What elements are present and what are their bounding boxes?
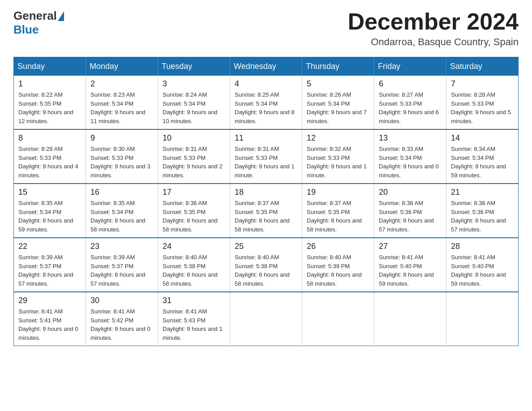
day-number: 12 — [307, 133, 369, 143]
calendar-day-cell: 8 Sunrise: 8:29 AMSunset: 5:33 PMDayligh… — [14, 129, 86, 184]
day-info: Sunrise: 8:29 AMSunset: 5:33 PMDaylight:… — [18, 145, 81, 180]
calendar-day-cell: 20 Sunrise: 8:38 AMSunset: 5:36 PMDaylig… — [374, 184, 446, 238]
calendar-week-row: 8 Sunrise: 8:29 AMSunset: 5:33 PMDayligh… — [14, 129, 519, 184]
day-info: Sunrise: 8:40 AMSunset: 5:38 PMDaylight:… — [235, 253, 297, 288]
calendar-day-cell: 29 Sunrise: 8:41 AMSunset: 5:41 PMDaylig… — [14, 292, 86, 346]
day-number: 5 — [307, 79, 369, 89]
day-number: 16 — [90, 188, 153, 197]
day-number: 22 — [18, 242, 81, 251]
calendar-day-cell: 30 Sunrise: 8:41 AMSunset: 5:42 PMDaylig… — [86, 292, 158, 346]
day-info: Sunrise: 8:37 AMSunset: 5:35 PMDaylight:… — [307, 199, 369, 234]
calendar-day-cell: 9 Sunrise: 8:30 AMSunset: 5:33 PMDayligh… — [86, 129, 158, 184]
calendar-day-header: Monday — [86, 57, 158, 76]
day-number: 11 — [235, 133, 297, 143]
day-info: Sunrise: 8:37 AMSunset: 5:35 PMDaylight:… — [235, 199, 297, 234]
day-info: Sunrise: 8:41 AMSunset: 5:43 PMDaylight:… — [163, 307, 225, 342]
day-number: 10 — [163, 133, 225, 143]
calendar-day-cell: 12 Sunrise: 8:32 AMSunset: 5:33 PMDaylig… — [302, 129, 374, 184]
day-info: Sunrise: 8:39 AMSunset: 5:37 PMDaylight:… — [90, 253, 153, 288]
day-number: 15 — [18, 188, 81, 197]
calendar-day-header: Wednesday — [230, 57, 302, 76]
logo: General Blue — [13, 9, 65, 37]
day-number: 25 — [235, 242, 297, 251]
day-info: Sunrise: 8:35 AMSunset: 5:34 PMDaylight:… — [90, 199, 153, 234]
day-info: Sunrise: 8:24 AMSunset: 5:34 PMDaylight:… — [163, 90, 225, 125]
day-info: Sunrise: 8:35 AMSunset: 5:34 PMDaylight:… — [18, 199, 81, 234]
calendar-day-cell: 10 Sunrise: 8:31 AMSunset: 5:33 PMDaylig… — [158, 129, 230, 184]
calendar-day-header: Friday — [374, 57, 446, 76]
day-number: 14 — [451, 133, 514, 143]
month-title: December 2024 — [348, 9, 519, 34]
location-title: Ondarroa, Basque Country, Spain — [348, 36, 519, 48]
calendar-day-cell: 27 Sunrise: 8:41 AMSunset: 5:40 PMDaylig… — [374, 238, 446, 292]
calendar-day-cell: 19 Sunrise: 8:37 AMSunset: 5:35 PMDaylig… — [302, 184, 374, 238]
calendar-day-cell: 17 Sunrise: 8:36 AMSunset: 5:35 PMDaylig… — [158, 184, 230, 238]
calendar-day-cell: 14 Sunrise: 8:34 AMSunset: 5:34 PMDaylig… — [446, 129, 519, 184]
day-info: Sunrise: 8:22 AMSunset: 5:35 PMDaylight:… — [18, 90, 81, 125]
day-number: 20 — [379, 188, 442, 197]
calendar-day-cell: 11 Sunrise: 8:31 AMSunset: 5:33 PMDaylig… — [230, 129, 302, 184]
calendar-table: SundayMondayTuesdayWednesdayThursdayFrid… — [13, 57, 519, 346]
calendar-day-header: Saturday — [446, 57, 519, 76]
calendar-day-cell: 13 Sunrise: 8:33 AMSunset: 5:34 PMDaylig… — [374, 129, 446, 184]
day-info: Sunrise: 8:34 AMSunset: 5:34 PMDaylight:… — [451, 145, 514, 180]
calendar-day-cell — [230, 292, 302, 346]
day-info: Sunrise: 8:40 AMSunset: 5:38 PMDaylight:… — [163, 253, 225, 288]
day-number: 21 — [451, 188, 514, 197]
calendar-day-header: Thursday — [302, 57, 374, 76]
day-number: 18 — [235, 188, 297, 197]
day-number: 24 — [163, 242, 225, 251]
day-info: Sunrise: 8:41 AMSunset: 5:40 PMDaylight:… — [451, 253, 514, 288]
calendar-week-row: 1 Sunrise: 8:22 AMSunset: 5:35 PMDayligh… — [14, 76, 519, 129]
day-info: Sunrise: 8:23 AMSunset: 5:34 PMDaylight:… — [90, 90, 153, 125]
calendar-day-cell: 23 Sunrise: 8:39 AMSunset: 5:37 PMDaylig… — [86, 238, 158, 292]
day-number: 17 — [163, 188, 225, 197]
day-info: Sunrise: 8:33 AMSunset: 5:34 PMDaylight:… — [379, 145, 442, 180]
day-number: 2 — [90, 79, 153, 89]
calendar-day-cell: 25 Sunrise: 8:40 AMSunset: 5:38 PMDaylig… — [230, 238, 302, 292]
calendar-day-cell: 18 Sunrise: 8:37 AMSunset: 5:35 PMDaylig… — [230, 184, 302, 238]
calendar-day-header: Sunday — [14, 57, 86, 76]
day-number: 6 — [379, 79, 442, 89]
day-info: Sunrise: 8:41 AMSunset: 5:41 PMDaylight:… — [18, 307, 81, 342]
day-number: 1 — [18, 79, 81, 89]
day-number: 23 — [90, 242, 153, 251]
calendar-day-cell: 15 Sunrise: 8:35 AMSunset: 5:34 PMDaylig… — [14, 184, 86, 238]
day-info: Sunrise: 8:31 AMSunset: 5:33 PMDaylight:… — [163, 145, 225, 180]
day-number: 28 — [451, 242, 514, 251]
calendar-day-cell — [374, 292, 446, 346]
day-number: 27 — [379, 242, 442, 251]
day-info: Sunrise: 8:31 AMSunset: 5:33 PMDaylight:… — [235, 145, 297, 180]
day-info: Sunrise: 8:41 AMSunset: 5:42 PMDaylight:… — [90, 307, 153, 342]
day-number: 31 — [163, 296, 225, 305]
day-info: Sunrise: 8:40 AMSunset: 5:39 PMDaylight:… — [307, 253, 369, 288]
day-number: 13 — [379, 133, 442, 143]
day-info: Sunrise: 8:27 AMSunset: 5:33 PMDaylight:… — [379, 90, 442, 125]
day-number: 9 — [90, 133, 153, 143]
day-number: 8 — [18, 133, 81, 143]
logo-blue-text: Blue — [13, 23, 39, 36]
calendar-day-cell: 16 Sunrise: 8:35 AMSunset: 5:34 PMDaylig… — [86, 184, 158, 238]
calendar-week-row: 29 Sunrise: 8:41 AMSunset: 5:41 PMDaylig… — [14, 292, 519, 346]
day-number: 3 — [163, 79, 225, 89]
calendar-day-cell: 4 Sunrise: 8:25 AMSunset: 5:34 PMDayligh… — [230, 76, 302, 129]
calendar-day-cell — [446, 292, 519, 346]
day-info: Sunrise: 8:38 AMSunset: 5:36 PMDaylight:… — [451, 199, 514, 234]
day-number: 4 — [235, 79, 297, 89]
calendar-day-cell: 5 Sunrise: 8:26 AMSunset: 5:34 PMDayligh… — [302, 76, 374, 129]
calendar-day-cell: 1 Sunrise: 8:22 AMSunset: 5:35 PMDayligh… — [14, 76, 86, 129]
day-number: 26 — [307, 242, 369, 251]
logo-general-text: General — [13, 9, 57, 23]
day-number: 19 — [307, 188, 369, 197]
calendar-day-cell: 31 Sunrise: 8:41 AMSunset: 5:43 PMDaylig… — [158, 292, 230, 346]
calendar-day-header: Tuesday — [158, 57, 230, 76]
day-info: Sunrise: 8:32 AMSunset: 5:33 PMDaylight:… — [307, 145, 369, 180]
calendar-day-cell: 7 Sunrise: 8:28 AMSunset: 5:33 PMDayligh… — [446, 76, 519, 129]
day-info: Sunrise: 8:30 AMSunset: 5:33 PMDaylight:… — [90, 145, 153, 180]
day-info: Sunrise: 8:41 AMSunset: 5:40 PMDaylight:… — [379, 253, 442, 288]
calendar-day-cell: 6 Sunrise: 8:27 AMSunset: 5:33 PMDayligh… — [374, 76, 446, 129]
calendar-week-row: 15 Sunrise: 8:35 AMSunset: 5:34 PMDaylig… — [14, 184, 519, 238]
day-number: 29 — [18, 296, 81, 305]
day-number: 30 — [90, 296, 153, 305]
calendar-day-cell: 21 Sunrise: 8:38 AMSunset: 5:36 PMDaylig… — [446, 184, 519, 238]
